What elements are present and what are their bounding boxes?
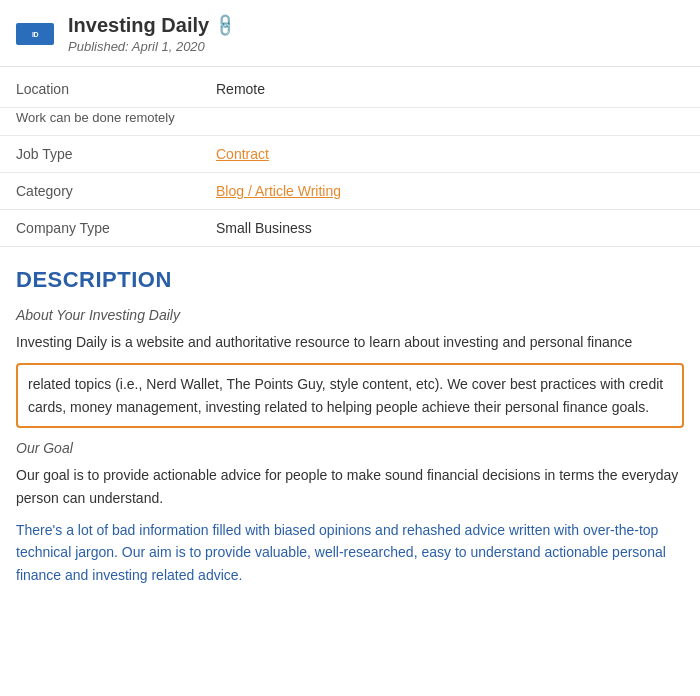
company-logo: ID <box>16 23 54 45</box>
category-label: Category <box>0 173 200 210</box>
company-type-label: Company Type <box>0 210 200 247</box>
blue-advice-text: There's a lot of bad information filled … <box>16 519 684 586</box>
intro-paragraph: Investing Daily is a website and authori… <box>16 331 684 353</box>
header-title-area: Investing Daily 🔗 Published: April 1, 20… <box>68 14 235 54</box>
job-type-link[interactable]: Contract <box>216 146 269 162</box>
table-row: Company Type Small Business <box>0 210 700 247</box>
highlighted-text-block: related topics (i.e., Nerd Wallet, The P… <box>16 363 684 428</box>
company-type-value: Small Business <box>200 210 700 247</box>
location-note: Work can be done remotely <box>0 108 700 136</box>
company-name: Investing Daily 🔗 <box>68 14 235 37</box>
table-row: Work can be done remotely <box>0 108 700 136</box>
goal-text: Our goal is to provide actionable advice… <box>16 464 684 509</box>
table-row: Location Remote <box>0 71 700 108</box>
job-type-label: Job Type <box>0 136 200 173</box>
category-value: Blog / Article Writing <box>200 173 700 210</box>
goal-subtitle: Our Goal <box>16 440 684 456</box>
logo-area: ID <box>16 23 54 45</box>
job-type-value: Contract <box>200 136 700 173</box>
link-icon[interactable]: 🔗 <box>211 12 239 40</box>
location-value: Remote <box>200 71 700 108</box>
location-label: Location <box>0 71 200 108</box>
about-subtitle: About Your Investing Daily <box>16 307 684 323</box>
published-date: Published: April 1, 2020 <box>68 39 235 54</box>
description-section: DESCRIPTION About Your Investing Daily I… <box>0 247 700 612</box>
table-row: Job Type Contract <box>0 136 700 173</box>
category-link[interactable]: Blog / Article Writing <box>216 183 341 199</box>
company-name-text: Investing Daily <box>68 14 209 37</box>
job-info-table: Location Remote Work can be done remotel… <box>0 71 700 247</box>
intro-text-plain: Investing Daily is a website and authori… <box>16 334 632 350</box>
logo-text: ID <box>32 31 38 38</box>
page-header: ID Investing Daily 🔗 Published: April 1,… <box>0 0 700 67</box>
description-heading: DESCRIPTION <box>16 267 684 293</box>
table-row: Category Blog / Article Writing <box>0 173 700 210</box>
